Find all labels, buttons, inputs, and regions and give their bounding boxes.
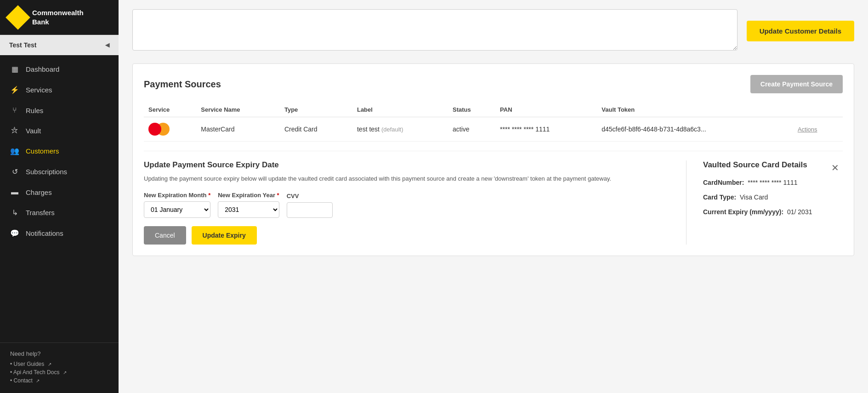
sidebar-label-charges: Charges	[26, 188, 52, 196]
cell-action: Actions	[793, 117, 843, 142]
sidebar-item-vault[interactable]: ⛦ Vault	[0, 120, 119, 141]
dashboard-icon: ▦	[10, 65, 19, 74]
sidebar-footer: Need help? • User Guides ↗ • Api And Tec…	[0, 342, 119, 393]
cvv-input[interactable]	[287, 202, 333, 218]
vaulted-card-type: Card Type: Visa Card	[703, 194, 843, 201]
cancel-button[interactable]: Cancel	[144, 226, 186, 245]
sidebar-label-notifications: Notifications	[26, 229, 63, 237]
cell-type: Credit Card	[280, 117, 352, 142]
customer-notes-wrap	[132, 9, 738, 52]
card-type-label: Card Type:	[703, 194, 736, 201]
update-expiry-panel: ✕ Update Payment Source Expiry Date Upda…	[144, 151, 843, 245]
card-number-label: CardNumber:	[703, 179, 744, 186]
expiry-form-title: Update Payment Source Expiry Date	[144, 160, 668, 170]
payment-sources-title: Payment Sources	[144, 79, 221, 90]
sidebar-label-transfers: Transfers	[26, 209, 55, 216]
charges-icon: ▬	[10, 188, 19, 196]
need-help-text: Need help?	[10, 350, 108, 357]
sidebar-item-dashboard[interactable]: ▦ Dashboard	[0, 59, 119, 80]
mastercard-red-circle	[148, 123, 161, 136]
vault-icon: ⛦	[10, 126, 19, 135]
cvv-label: CVV	[287, 193, 333, 199]
expiry-label: Current Expiry (mm/yyyy):	[703, 208, 783, 216]
month-group: New Expiration Month * 01 January 02 Feb…	[144, 192, 210, 218]
sidebar-label-vault: Vault	[26, 127, 41, 135]
mastercard-logo	[148, 123, 192, 136]
customer-details-section: Update Customer Details	[132, 9, 854, 52]
label-default-badge: (default)	[381, 126, 403, 133]
actions-link[interactable]: Actions	[798, 126, 817, 133]
card-number-value: **** **** **** 1111	[748, 179, 797, 186]
sidebar-user[interactable]: Test Test ◀	[0, 35, 119, 55]
user-name: Test Test	[9, 41, 36, 49]
payment-sources-section: Payment Sources Create Payment Source Se…	[132, 63, 854, 256]
cell-service	[144, 117, 196, 142]
month-select[interactable]: 01 January 02 February 03 March 04 April…	[144, 201, 210, 218]
card-type-value: Visa Card	[740, 194, 768, 201]
api-tech-docs-link[interactable]: • Api And Tech Docs ↗	[10, 369, 108, 376]
rules-icon: ⑂	[10, 106, 19, 114]
customers-icon: 👥	[10, 147, 19, 155]
col-actions	[793, 103, 843, 117]
logo-text: Commonwealth Bank	[32, 8, 84, 26]
customer-notes-textarea[interactable]	[132, 9, 738, 51]
subscriptions-icon: ↺	[10, 167, 19, 176]
sidebar-item-services[interactable]: ⚡ Services	[0, 80, 119, 100]
vaulted-card-title: Vaulted Source Card Details	[703, 160, 843, 170]
update-customer-btn-wrap: Update Customer Details	[747, 21, 854, 41]
vaulted-card-details: Vaulted Source Card Details CardNumber: …	[686, 160, 843, 245]
update-expiry-button[interactable]: Update Expiry	[192, 226, 257, 245]
services-icon: ⚡	[10, 85, 19, 94]
expiry-form-description: Updating the payment source expiry below…	[144, 174, 668, 183]
sidebar-label-subscriptions: Subscriptions	[26, 168, 67, 176]
sidebar-item-transfers[interactable]: ↳ Transfers	[0, 202, 119, 223]
sidebar-nav: ▦ Dashboard ⚡ Services ⑂ Rules ⛦ Vault 👥…	[0, 55, 119, 342]
sidebar-label-rules: Rules	[26, 107, 43, 114]
sidebar-label-dashboard: Dashboard	[26, 65, 59, 73]
year-select[interactable]: 2031 2032 2033 2034 2035	[218, 201, 279, 218]
transfers-icon: ↳	[10, 208, 19, 217]
month-label: New Expiration Month *	[144, 192, 210, 199]
sidebar-item-charges[interactable]: ▬ Charges	[0, 182, 119, 202]
chevron-left-icon: ◀	[105, 42, 109, 48]
cell-label: test test (default)	[352, 117, 448, 142]
col-service-name: Service Name	[196, 103, 280, 117]
vaulted-card-number: CardNumber: **** **** **** 1111	[703, 179, 843, 186]
col-vault-token: Vault Token	[597, 103, 793, 117]
cvv-group: CVV	[287, 193, 333, 218]
col-label: Label	[352, 103, 448, 117]
expiry-form: Update Payment Source Expiry Date Updati…	[144, 160, 686, 245]
table-header: Service Service Name Type Label Status P…	[144, 103, 843, 117]
year-label: New Expiration Year *	[218, 192, 279, 199]
col-pan: PAN	[495, 103, 597, 117]
sidebar-item-subscriptions[interactable]: ↺ Subscriptions	[0, 161, 119, 182]
sidebar-item-rules[interactable]: ⑂ Rules	[0, 100, 119, 120]
logo-diamond-icon	[6, 5, 30, 30]
sidebar-logo: Commonwealth Bank	[0, 0, 119, 35]
sidebar-item-notifications[interactable]: 💬 Notifications	[0, 223, 119, 244]
sidebar-label-services: Services	[26, 86, 52, 94]
label-text: test test	[357, 125, 380, 133]
close-button[interactable]: ✕	[828, 160, 843, 175]
update-customer-button[interactable]: Update Customer Details	[747, 21, 854, 41]
expiry-btn-row: Cancel Update Expiry	[144, 226, 668, 245]
year-group: New Expiration Year * 2031 2032 2033 203…	[218, 192, 279, 218]
sidebar-item-customers[interactable]: 👥 Customers	[0, 141, 119, 161]
col-service: Service	[144, 103, 196, 117]
expiry-fields-row: New Expiration Month * 01 January 02 Feb…	[144, 192, 668, 218]
col-status: Status	[448, 103, 495, 117]
create-payment-source-button[interactable]: Create Payment Source	[750, 75, 843, 93]
cell-pan: **** **** **** 1111	[495, 117, 597, 142]
contact-link[interactable]: • Contact ↗	[10, 377, 108, 384]
payment-sources-table: Service Service Name Type Label Status P…	[144, 103, 843, 142]
sidebar-label-customers: Customers	[26, 147, 59, 155]
table-row: MasterCard Credit Card test test (defaul…	[144, 117, 843, 142]
cell-service-name: MasterCard	[196, 117, 280, 142]
notifications-icon: 💬	[10, 229, 19, 238]
cell-vault-token: d45cfe6f-b8f6-4648-b731-4d8a6c3...	[597, 117, 793, 142]
expiry-value: 01/ 2031	[787, 208, 812, 216]
sidebar: Commonwealth Bank Test Test ◀ ▦ Dashboar…	[0, 0, 119, 393]
user-guides-link[interactable]: • User Guides ↗	[10, 361, 108, 367]
main-content: Update Customer Details Payment Sources …	[119, 0, 868, 393]
col-type: Type	[280, 103, 352, 117]
